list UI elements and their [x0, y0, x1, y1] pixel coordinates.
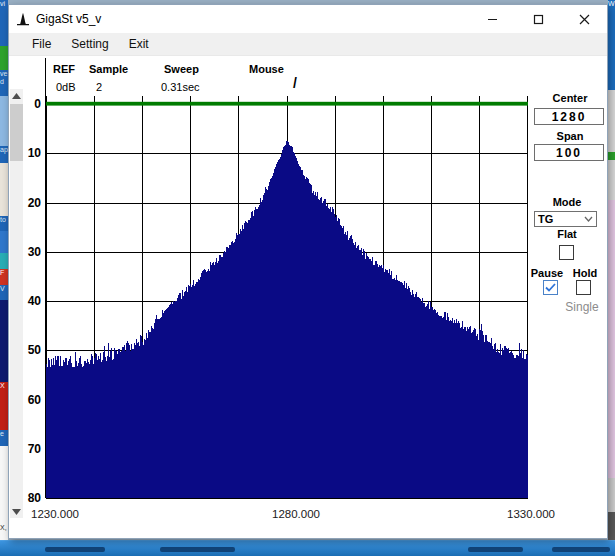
app-icon [16, 12, 30, 26]
sweep-header: Sweep [164, 63, 199, 75]
maximize-icon [533, 14, 544, 25]
background-fragment: V [0, 285, 8, 300]
span-input[interactable] [534, 144, 604, 161]
y-axis-label: 0 [19, 97, 41, 111]
center-input[interactable] [534, 108, 604, 125]
sample-header: Sample [89, 63, 128, 75]
center-label: Center [534, 92, 606, 104]
x-axis-label-center: 1280.000 [246, 508, 346, 520]
mode-label: Mode [534, 196, 600, 208]
menu-file[interactable]: File [22, 34, 61, 54]
flat-checkbox[interactable] [559, 245, 574, 260]
ref-value: 0dB [56, 81, 76, 93]
background-fragment [608, 200, 615, 478]
background-fragment [0, 300, 8, 382]
y-axis-label: 10 [19, 146, 41, 160]
minimize-icon [487, 14, 498, 25]
chevron-down-icon [584, 216, 593, 222]
background-fragment: e [0, 430, 8, 446]
background-fragment [0, 96, 8, 146]
background-fragment: X [0, 382, 8, 430]
pause-label: Pause [527, 267, 567, 279]
menu-exit[interactable]: Exit [119, 34, 159, 54]
app-window: GigaSt v5_v File Setting Exit REF Sample… [8, 4, 608, 539]
hold-checkbox[interactable] [576, 280, 591, 295]
background-fragment [0, 231, 8, 253]
menu-bar: File Setting Exit [9, 33, 607, 56]
windows-taskbar[interactable] [0, 540, 615, 556]
flat-label: Flat [534, 228, 600, 240]
arrow-down-icon [12, 509, 21, 515]
background-fragment: vi [0, 0, 8, 46]
ref-header: REF [53, 63, 75, 75]
pause-checkbox[interactable] [543, 280, 558, 295]
background-fragment [608, 152, 615, 160]
screen: vive daptoFVXeX,W GigaSt v5_v File [0, 0, 615, 556]
taskbar-text-smudge [552, 547, 610, 552]
background-fragment [608, 160, 615, 200]
title-bar[interactable]: GigaSt v5_v [9, 5, 607, 33]
y-axis-label: 20 [19, 196, 41, 210]
taskbar-text-smudge [160, 547, 235, 552]
y-axis-label: 80 [19, 491, 41, 505]
sweep-value: 0.31sec [161, 81, 200, 93]
spectrum-plot[interactable] [46, 96, 528, 499]
background-fragment: ve d [0, 70, 8, 96]
mode-selected-value: TG [538, 213, 553, 225]
mouse-position-marker: / [293, 75, 297, 91]
background-fragment: W [608, 0, 615, 90]
background-fragment [608, 90, 615, 152]
background-fragment [0, 46, 8, 70]
background-fragment [608, 512, 615, 540]
window-title: GigaSt v5_v [36, 12, 101, 26]
close-button[interactable] [561, 5, 607, 33]
check-icon [545, 283, 556, 292]
taskbar-text-smudge [45, 547, 105, 552]
x-axis-label-start: 1230.000 [31, 508, 79, 520]
scroll-down-button[interactable] [10, 505, 23, 518]
menu-setting[interactable]: Setting [61, 34, 118, 54]
background-fragment [0, 253, 8, 269]
y-axis-label: 30 [19, 245, 41, 259]
y-axis-label: 60 [19, 393, 41, 407]
background-fragment: to [0, 216, 8, 231]
background-fragment [0, 163, 8, 216]
x-axis-label-end: 1330.000 [481, 508, 581, 520]
mode-dropdown[interactable]: TG [534, 211, 597, 227]
span-label: Span [534, 130, 606, 142]
background-fragment [608, 478, 615, 512]
close-icon [579, 14, 590, 25]
y-axis-label: 70 [19, 442, 41, 456]
minimize-button[interactable] [469, 5, 515, 33]
hold-label: Hold [565, 267, 605, 279]
y-axis-label: 50 [19, 343, 41, 357]
background-fragment: ap [0, 146, 8, 163]
mouse-header: Mouse [249, 63, 284, 75]
maximize-button[interactable] [515, 5, 561, 33]
taskbar-text-smudge [468, 547, 523, 552]
background-fragment: F [0, 269, 8, 285]
sample-value: 2 [96, 81, 102, 93]
single-label: Single [552, 300, 612, 314]
y-axis-label: 40 [19, 294, 41, 308]
